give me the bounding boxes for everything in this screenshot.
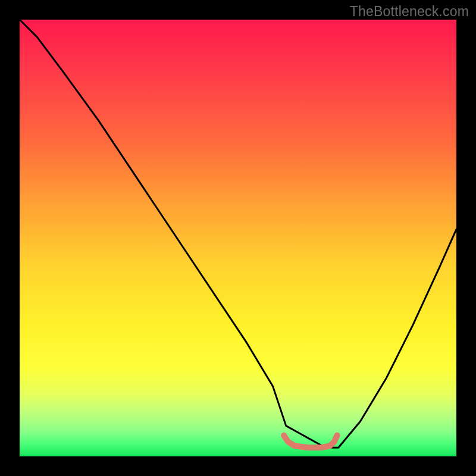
watermark-text: TheBottleneck.com [350, 4, 469, 20]
sweet-spot-marker [284, 436, 337, 448]
bottleneck-curve [20, 20, 456, 447]
plot-area [20, 20, 456, 456]
curve-layer [20, 20, 456, 456]
chart-frame: TheBottleneck.com [0, 0, 476, 476]
